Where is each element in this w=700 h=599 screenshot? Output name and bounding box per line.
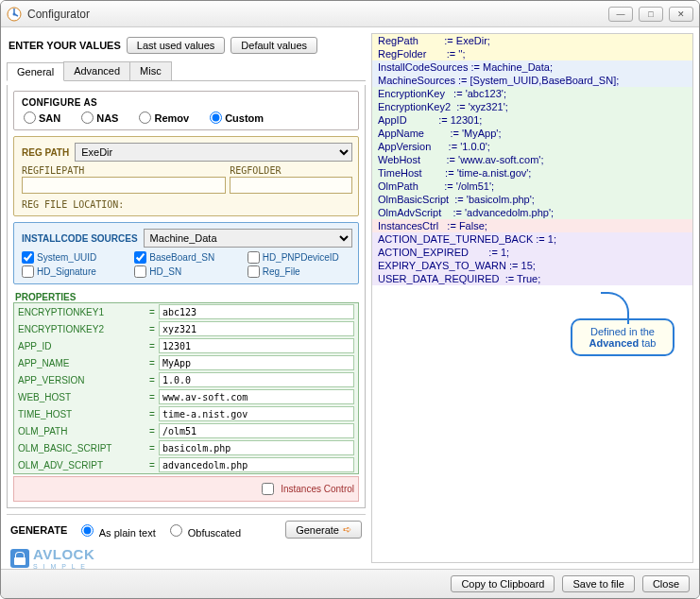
titlebar: Configurator — □ ✕ bbox=[1, 1, 699, 27]
prop-row: ENCRYPTIONKEY1= bbox=[14, 303, 358, 320]
regfilepath-label: REGFILEPATH bbox=[22, 165, 226, 176]
prop-row: APP_NAME= bbox=[14, 354, 358, 371]
prop-key: APP_NAME bbox=[18, 358, 145, 368]
prop-key: OLM_PATH bbox=[18, 426, 145, 436]
code-line: EncryptionKey := 'abc123'; bbox=[372, 87, 692, 100]
code-line: MachineSources := [System_UUID,BaseBoard… bbox=[372, 74, 692, 87]
enter-values-row: ENTER YOUR VALUES Last used values Defau… bbox=[7, 33, 366, 58]
instances-control-row: Instances Control bbox=[13, 476, 359, 502]
reg-path-title: REG PATH bbox=[22, 147, 69, 158]
prop-input[interactable] bbox=[159, 389, 354, 404]
lock-icon bbox=[10, 549, 29, 568]
minimize-button[interactable]: — bbox=[608, 7, 633, 22]
prop-key: ENCRYPTIONKEY1 bbox=[18, 307, 145, 317]
prop-input[interactable] bbox=[159, 338, 354, 353]
prop-input[interactable] bbox=[159, 321, 354, 336]
window: Configurator — □ ✕ ENTER YOUR VALUES Las… bbox=[0, 0, 700, 599]
chk-baseboard-sn[interactable]: BaseBoard_SN bbox=[134, 251, 239, 264]
code-line: AppName := 'MyApp'; bbox=[372, 127, 692, 140]
installcode-title: INSTALLCODE SOURCES bbox=[22, 233, 138, 244]
radio-custom[interactable]: Custom bbox=[210, 111, 264, 124]
radio-san[interactable]: SAN bbox=[24, 111, 60, 124]
prop-input[interactable] bbox=[159, 423, 354, 438]
code-line: AppID := 12301; bbox=[372, 113, 692, 127]
reg-path-select[interactable]: ExeDir bbox=[75, 143, 352, 162]
code-line: USER_DATA_REQUIRED := True; bbox=[372, 272, 692, 285]
logo-row: AVLOCK S I M P L E bbox=[7, 544, 366, 569]
installcode-select[interactable]: Machine_Data bbox=[144, 229, 352, 248]
code-line: EXPIRY_DAYS_TO_WARN := 15; bbox=[372, 259, 692, 272]
prop-key: ENCRYPTIONKEY2 bbox=[18, 324, 145, 334]
tab-misc[interactable]: Misc bbox=[129, 61, 172, 80]
reg-path-group: REG PATH ExeDir REGFILEPATH REGFOLDER bbox=[13, 136, 359, 216]
chk-system-uuid[interactable]: System_UUID bbox=[22, 251, 127, 264]
prop-key: APP_VERSION bbox=[18, 375, 145, 385]
chk-reg-file[interactable]: Reg_File bbox=[248, 265, 352, 278]
tabs: General Advanced Misc bbox=[7, 61, 366, 81]
bottom-bar: Copy to Clipboard Save to file Close bbox=[1, 569, 699, 598]
tab-body-general: CONFIGURE AS SAN NAS Remov Custom REG PA… bbox=[7, 85, 366, 508]
code-line: OlmBasicScript := 'basicolm.php'; bbox=[372, 193, 692, 206]
last-used-button[interactable]: Last used values bbox=[127, 37, 226, 54]
svg-point-1 bbox=[13, 12, 16, 15]
code-line: RegPath := ExeDir; bbox=[372, 34, 692, 47]
properties-title: PROPERTIES bbox=[13, 290, 359, 302]
generate-arrow-icon: ➪ bbox=[343, 523, 351, 536]
prop-row: APP_VERSION= bbox=[14, 371, 358, 388]
prop-input[interactable] bbox=[159, 372, 354, 387]
code-output: RegPath := ExeDir;RegFolder := '';Instal… bbox=[371, 33, 693, 563]
window-controls: — □ ✕ bbox=[608, 7, 693, 22]
chk-hd-signature[interactable]: HD_Signature bbox=[22, 265, 127, 278]
radio-nas[interactable]: NAS bbox=[81, 111, 118, 124]
prop-input[interactable] bbox=[159, 304, 354, 319]
radio-remov[interactable]: Remov bbox=[139, 111, 189, 124]
save-to-file-button[interactable]: Save to file bbox=[562, 575, 634, 592]
prop-row: OLM_ADV_SCRIPT= bbox=[14, 456, 358, 473]
prop-input[interactable] bbox=[159, 457, 354, 472]
chk-hd-sn[interactable]: HD_SN bbox=[134, 265, 239, 278]
radio-plain-text[interactable]: As plain text bbox=[77, 522, 155, 539]
chk-hd-pnpdeviceid[interactable]: HD_PNPDeviceID bbox=[248, 251, 352, 264]
configure-as-group: CONFIGURE AS SAN NAS Remov Custom bbox=[13, 91, 359, 130]
generate-label: GENERATE bbox=[10, 524, 67, 536]
app-icon bbox=[7, 7, 22, 22]
code-line: WebHost := 'www.av-soft.com'; bbox=[372, 153, 692, 166]
close-dialog-button[interactable]: Close bbox=[642, 575, 690, 592]
code-line: OlmAdvScript := 'advancedolm.php'; bbox=[372, 206, 692, 219]
prop-input[interactable] bbox=[159, 355, 354, 370]
tab-general[interactable]: General bbox=[7, 62, 64, 81]
prop-input[interactable] bbox=[159, 406, 354, 421]
regfilepath-input[interactable] bbox=[22, 177, 226, 194]
prop-input[interactable] bbox=[159, 440, 354, 455]
logo-text: AVLOCK bbox=[33, 546, 94, 562]
tab-advanced[interactable]: Advanced bbox=[63, 61, 130, 80]
prop-key: OLM_BASIC_SCRIPT bbox=[18, 443, 145, 454]
window-title: Configurator bbox=[27, 8, 608, 21]
code-line: EncryptionKey2 := 'xyz321'; bbox=[372, 100, 692, 113]
generate-button[interactable]: Generate➪ bbox=[285, 521, 362, 539]
configure-as-title: CONFIGURE AS bbox=[22, 97, 352, 108]
properties-box: ENCRYPTIONKEY1=ENCRYPTIONKEY2=APP_ID=APP… bbox=[13, 302, 359, 474]
prop-row: OLM_BASIC_SCRIPT= bbox=[14, 439, 358, 456]
maximize-button[interactable]: □ bbox=[639, 7, 663, 22]
regfolder-label: REGFOLDER bbox=[230, 165, 352, 176]
default-values-button[interactable]: Default values bbox=[230, 37, 317, 54]
copy-clipboard-button[interactable]: Copy to Clipboard bbox=[451, 575, 555, 592]
prop-row: TIME_HOST= bbox=[14, 405, 358, 422]
avlock-logo: AVLOCK S I M P L E bbox=[10, 546, 362, 569]
callout-tooltip: Defined in the Advanced tab bbox=[571, 318, 674, 356]
content: ENTER YOUR VALUES Last used values Defau… bbox=[1, 27, 699, 569]
prop-row: OLM_PATH= bbox=[14, 422, 358, 439]
enter-label: ENTER YOUR VALUES bbox=[9, 40, 121, 51]
code-line: ACTION_EXPIRED := 1; bbox=[372, 246, 692, 259]
instances-label: Instances Control bbox=[281, 484, 354, 494]
instances-checkbox[interactable] bbox=[262, 483, 274, 495]
prop-key: WEB_HOST bbox=[18, 392, 145, 402]
reg-file-location: REG FILE LOCATION: bbox=[22, 199, 352, 210]
prop-key: OLM_ADV_SCRIPT bbox=[18, 460, 145, 471]
regfolder-input[interactable] bbox=[230, 177, 352, 194]
radio-obfuscated[interactable]: Obfuscated bbox=[165, 522, 241, 539]
close-button[interactable]: ✕ bbox=[669, 7, 693, 22]
prop-key: APP_ID bbox=[18, 341, 145, 351]
code-line: OlmPath := '/olm51'; bbox=[372, 180, 692, 193]
